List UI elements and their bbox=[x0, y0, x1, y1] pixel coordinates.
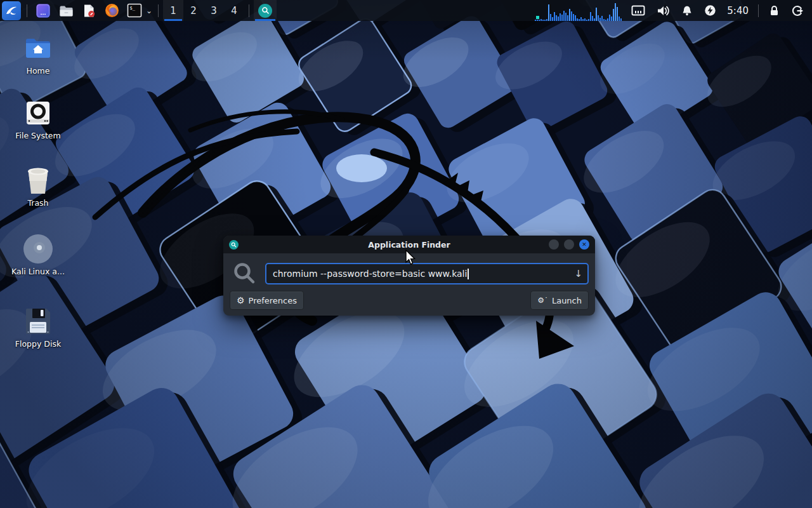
cpu-bar bbox=[579, 19, 580, 21]
cpu-bar bbox=[620, 18, 622, 21]
cpu-bar bbox=[567, 15, 568, 21]
active-underline bbox=[164, 19, 182, 21]
run-gear-icon: ⚙˙ bbox=[537, 297, 548, 304]
cpu-bar bbox=[540, 19, 542, 21]
cpu-bar bbox=[594, 18, 595, 21]
cpu-bar bbox=[550, 14, 551, 21]
text-caret bbox=[468, 269, 469, 279]
network-icon[interactable] bbox=[631, 5, 645, 16]
text-editor-icon bbox=[81, 3, 96, 18]
system-tray: 5:40 bbox=[625, 4, 812, 17]
cpu-bar bbox=[552, 17, 553, 21]
power-manager-icon[interactable] bbox=[704, 4, 716, 17]
cpu-graph[interactable] bbox=[534, 0, 625, 21]
trash-icon bbox=[24, 165, 52, 196]
cpu-graph-marker bbox=[536, 16, 539, 19]
workspace-button-4[interactable]: 4 bbox=[224, 0, 244, 21]
workspace-label: 4 bbox=[231, 5, 237, 17]
terminal-icon: $_ bbox=[127, 3, 142, 18]
desktop: $_ ⌄ 1 2 3 4 bbox=[0, 0, 812, 508]
launcher-window-app[interactable] bbox=[35, 3, 51, 19]
cpu-bar bbox=[607, 18, 608, 22]
top-panel: $_ ⌄ 1 2 3 4 bbox=[0, 0, 812, 21]
panel-separator bbox=[249, 4, 249, 17]
cpu-bar bbox=[560, 13, 561, 21]
taskbar-application-finder[interactable] bbox=[254, 0, 277, 21]
cpu-bar bbox=[535, 20, 536, 21]
logout-icon[interactable] bbox=[791, 4, 804, 17]
down-arrow-icon[interactable]: ↓ bbox=[574, 268, 582, 279]
cpu-bar bbox=[590, 12, 591, 21]
desktop-icon-label: Home bbox=[27, 66, 50, 76]
desktop-icon-kali-linux[interactable]: Kali Linux a... bbox=[5, 234, 71, 276]
maximize-button[interactable] bbox=[564, 239, 574, 250]
window-app-icon bbox=[36, 3, 51, 18]
cpu-bar bbox=[611, 17, 612, 21]
desktop-icon-file-system[interactable]: File System bbox=[5, 98, 71, 140]
panel-separator bbox=[758, 4, 759, 17]
cpu-bar bbox=[615, 3, 616, 22]
preferences-button[interactable]: ⚙ Preferences bbox=[230, 291, 304, 310]
titlebar[interactable]: Application Finder ✕ bbox=[223, 236, 595, 253]
workspace-label: 1 bbox=[170, 5, 176, 17]
kali-docs-ghost-icon bbox=[22, 234, 54, 264]
workspace-label: 2 bbox=[190, 5, 197, 17]
launcher-text-editor[interactable] bbox=[81, 3, 97, 19]
cpu-bar bbox=[584, 18, 586, 21]
workspace-button-2[interactable]: 2 bbox=[183, 0, 204, 21]
cpu-bar bbox=[565, 13, 566, 21]
cpu-bar bbox=[598, 15, 599, 21]
search-input[interactable]: chromium --password-store=basic www.kali… bbox=[265, 263, 589, 284]
search-query-text: chromium --password-store=basic www.kali bbox=[273, 269, 467, 279]
desktop-icon-label: Floppy Disk bbox=[15, 339, 61, 349]
launch-button[interactable]: ⚙˙ Launch bbox=[530, 291, 589, 310]
cpu-bar bbox=[605, 20, 606, 21]
cpu-bar bbox=[554, 12, 555, 21]
clock[interactable]: 5:40 bbox=[727, 5, 749, 17]
launch-label: Launch bbox=[552, 296, 582, 305]
applications-menu-button[interactable] bbox=[2, 1, 21, 20]
launcher-file-manager[interactable] bbox=[58, 3, 74, 19]
panel-separator bbox=[158, 4, 159, 17]
preferences-label: Preferences bbox=[249, 296, 297, 305]
desktop-icon-home[interactable]: Home bbox=[5, 33, 71, 76]
floppy-disk-icon bbox=[25, 306, 51, 337]
lock-icon[interactable] bbox=[769, 5, 780, 17]
finder-body: chromium --password-store=basic www.kali… bbox=[223, 253, 595, 316]
cpu-bar bbox=[542, 20, 544, 21]
cpu-bar bbox=[548, 4, 549, 21]
window-title: Application Finder bbox=[223, 240, 595, 250]
cpu-bar bbox=[544, 20, 546, 21]
magnifier-teal-icon bbox=[258, 4, 272, 18]
workspace-label: 3 bbox=[211, 5, 217, 17]
cpu-bar bbox=[571, 11, 572, 21]
launcher-dropdown-chevron-icon[interactable]: ⌄ bbox=[146, 6, 152, 15]
cpu-bar bbox=[561, 15, 563, 21]
desktop-icon-label: File System bbox=[15, 131, 61, 140]
volume-icon[interactable] bbox=[657, 5, 670, 17]
close-button[interactable]: ✕ bbox=[579, 239, 589, 250]
cpu-bar bbox=[592, 16, 593, 21]
application-finder-window: Application Finder ✕ chromium --password… bbox=[223, 236, 595, 316]
cpu-bar bbox=[586, 20, 587, 21]
cpu-bar bbox=[546, 19, 547, 21]
active-underline bbox=[255, 19, 275, 21]
firefox-icon bbox=[105, 3, 119, 18]
cpu-bar bbox=[596, 8, 597, 21]
cpu-bar bbox=[577, 18, 578, 21]
workspace-button-1[interactable]: 1 bbox=[163, 0, 183, 21]
cpu-bar bbox=[537, 20, 538, 21]
launcher-terminal[interactable]: $_ bbox=[126, 3, 143, 19]
cpu-bar bbox=[617, 7, 618, 21]
minimize-button[interactable] bbox=[549, 239, 559, 250]
launcher-firefox[interactable] bbox=[103, 3, 120, 19]
notifications-bell-icon[interactable] bbox=[681, 5, 693, 17]
cpu-bar bbox=[580, 17, 582, 21]
cpu-bar bbox=[558, 17, 559, 21]
desktop-icon-label: Kali Linux a... bbox=[11, 267, 65, 276]
desktop-icon-floppy-disk[interactable]: Floppy Disk bbox=[5, 306, 71, 349]
cpu-bar bbox=[599, 18, 601, 21]
desktop-icon-trash[interactable]: Trash bbox=[5, 165, 71, 208]
workspace-button-3[interactable]: 3 bbox=[204, 0, 224, 21]
cpu-bar bbox=[603, 19, 605, 21]
